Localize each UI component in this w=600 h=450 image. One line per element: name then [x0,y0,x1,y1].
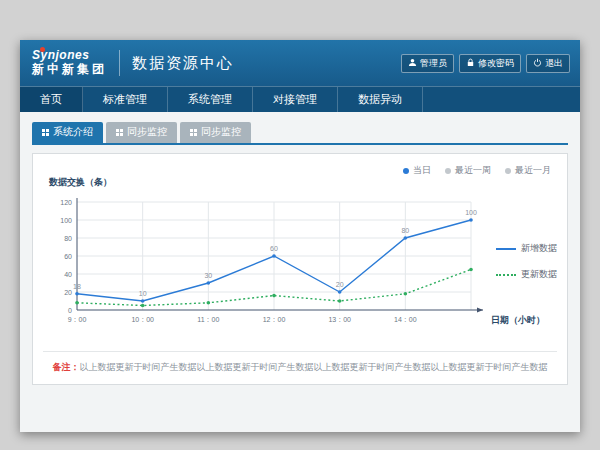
legend-dot-icon [403,168,409,174]
svg-text:10：00: 10：00 [131,316,154,323]
legend-last-week[interactable]: 最近一周 [445,164,491,177]
grid-icon [116,129,123,136]
svg-text:40: 40 [64,271,72,278]
tab-label: 同步监控 [127,125,167,139]
page-title: 数据资源中心 [132,54,234,73]
svg-text:0: 0 [68,307,72,314]
legend-label: 最近一周 [455,164,491,177]
logo-company: 新中新集团 [32,63,107,77]
series-legend-label: 更新数据 [521,268,557,281]
user-icon [408,58,417,69]
tab-label: 同步监控 [201,125,241,139]
svg-text:100: 100 [465,209,477,216]
dotted-line-icon [496,274,516,276]
series-legend-label: 新增数据 [521,242,557,255]
svg-text:60: 60 [270,245,278,252]
legend-label: 最近一月 [515,164,551,177]
legend-label: 当日 [413,164,431,177]
svg-text:10: 10 [139,290,147,297]
nav-item-system[interactable]: 系统管理 [168,87,253,112]
chart-card: 当日 最近一周 最近一月 数据交换（条） 0204060801001209：00… [32,153,568,385]
power-icon [533,58,542,69]
svg-text:12：00: 12：00 [263,316,286,323]
change-password-button-label: 修改密码 [478,57,514,70]
content-area: 系统介绍 同步监控 同步监控 当日 [20,112,580,432]
svg-text:80: 80 [64,235,72,242]
solid-line-icon [496,248,516,250]
header-actions: 管理员 修改密码 退出 [401,54,570,73]
legend-dot-icon [445,168,451,174]
tab-label: 系统介绍 [53,125,93,139]
svg-text:100: 100 [60,217,72,224]
admin-button[interactable]: 管理员 [401,54,454,73]
tab-sync-monitor-1[interactable]: 同步监控 [106,122,177,143]
legend-dot-icon [505,168,511,174]
logo: Synjones 新中新集团 [30,49,107,77]
logout-button[interactable]: 退出 [526,54,570,73]
nav-item-standards[interactable]: 标准管理 [83,87,168,112]
svg-text:30: 30 [204,272,212,279]
svg-text:9：00: 9：00 [68,316,87,323]
legend-last-month[interactable]: 最近一月 [505,164,551,177]
admin-button-label: 管理员 [420,57,447,70]
svg-text:20: 20 [336,281,344,288]
svg-text:13：00: 13：00 [328,316,351,323]
lock-icon [466,58,475,69]
tab-system-intro[interactable]: 系统介绍 [32,122,103,143]
x-axis-title: 日期（小时） [491,314,545,327]
nav-item-integration[interactable]: 对接管理 [253,87,338,112]
remark-label: 备注： [53,362,80,372]
nav-item-data-change[interactable]: 数据异动 [338,87,423,112]
svg-text:120: 120 [60,199,72,206]
series-legend-updated-data[interactable]: 更新数据 [496,268,557,281]
legend-today[interactable]: 当日 [403,164,431,177]
header-divider [119,50,120,76]
remark-text: 以上数据更新于时间产生数据以上数据更新于时间产生数据以上数据更新于时间产生数据以… [80,362,548,372]
series-legend: 新增数据 更新数据 [496,242,557,281]
nav-item-home[interactable]: 首页 [20,87,83,112]
app-header: Synjones 新中新集团 数据资源中心 管理员 修改密码 退出 [20,40,580,86]
svg-text:14：00: 14：00 [394,316,417,323]
svg-text:80: 80 [401,227,409,234]
svg-text:60: 60 [64,253,72,260]
tab-bar: 系统介绍 同步监控 同步监控 [32,122,568,145]
tab-sync-monitor-2[interactable]: 同步监控 [180,122,251,143]
series-legend-new-data[interactable]: 新增数据 [496,242,557,255]
grid-icon [190,129,197,136]
desktop-background: Synjones 新中新集团 数据资源中心 管理员 修改密码 退出 [0,0,600,450]
logout-button-label: 退出 [545,57,563,70]
svg-text:11：00: 11：00 [197,316,219,323]
svg-text:18: 18 [73,283,81,290]
period-legend: 当日 最近一周 最近一月 [403,164,551,177]
change-password-button[interactable]: 修改密码 [459,54,521,73]
remark-note: 备注：以上数据更新于时间产生数据以上数据更新于时间产生数据以上数据更新于时间产生… [43,351,557,374]
main-nav: 首页 标准管理 系统管理 对接管理 数据异动 [20,86,580,112]
grid-icon [42,129,49,136]
line-chart: 0204060801001209：0010：0011：0012：0013：001… [47,190,487,330]
app-window: Synjones 新中新集团 数据资源中心 管理员 修改密码 退出 [20,40,580,432]
y-axis-title: 数据交换（条） [49,176,112,189]
svg-text:20: 20 [64,289,72,296]
